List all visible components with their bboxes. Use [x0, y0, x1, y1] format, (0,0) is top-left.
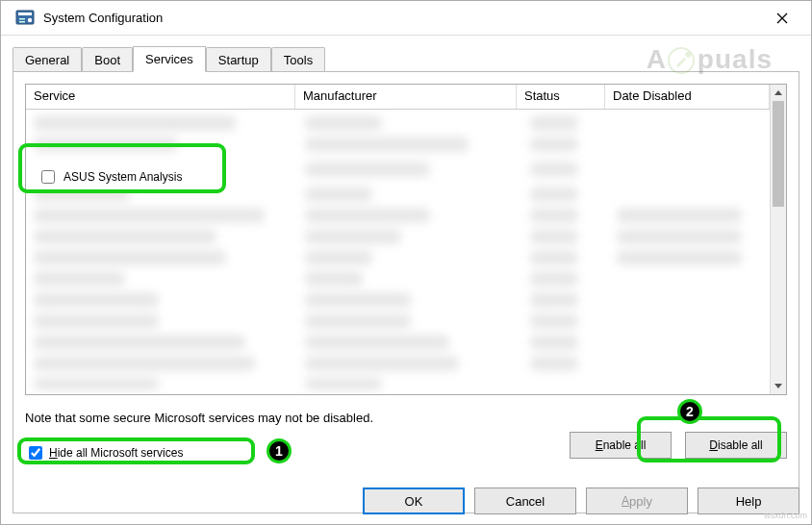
service-row-asus[interactable]: ASUS System Analysis: [32, 163, 188, 190]
corner-watermark: wsxdn.com: [764, 511, 807, 520]
msconfig-icon: [14, 8, 36, 29]
services-listview[interactable]: Service Manufacturer Status Date Disable…: [25, 84, 787, 395]
enable-all-button[interactable]: Enable all: [570, 432, 672, 459]
svg-marker-8: [774, 384, 782, 388]
scroll-thumb[interactable]: [773, 101, 784, 207]
svg-point-2: [28, 17, 32, 21]
service-label-asus: ASUS System Analysis: [63, 170, 182, 184]
scrollbar[interactable]: [770, 85, 786, 394]
svg-marker-7: [774, 90, 782, 95]
note-text: Note that some secure Microsoft services…: [25, 411, 787, 425]
listview-body[interactable]: ASUS System Analysis: [26, 110, 770, 394]
svg-rect-3: [19, 18, 25, 20]
cancel-button[interactable]: Cancel: [474, 488, 576, 514]
window-title: System Configuration: [43, 11, 761, 25]
service-checkbox-asus[interactable]: [41, 170, 55, 184]
watermark-text: A puals: [647, 44, 773, 77]
hide-microsoft-label: Hide all Microsoft services: [49, 446, 183, 460]
disable-all-button[interactable]: Disable all: [685, 432, 787, 459]
listview-header: Service Manufacturer Status Date Disable…: [26, 85, 770, 110]
tab-boot[interactable]: Boot: [82, 47, 133, 73]
tab-tools[interactable]: Tools: [271, 47, 325, 73]
hide-microsoft-checkbox[interactable]: [29, 446, 42, 460]
ok-button[interactable]: OK: [363, 488, 465, 514]
system-config-window: System Configuration General Boot Servic…: [0, 0, 812, 525]
hide-microsoft-checkbox-row[interactable]: Hide all Microsoft services: [25, 443, 183, 462]
titlebar: System Configuration: [1, 1, 811, 36]
dialog-buttons: OK Cancel Apply Help: [363, 488, 799, 514]
scroll-track[interactable]: [771, 101, 786, 378]
col-header-manufacturer[interactable]: Manufacturer: [295, 85, 517, 109]
annotation-badge-2: 2: [677, 399, 702, 424]
annotation-badge-1: 1: [266, 438, 292, 463]
close-button[interactable]: [761, 4, 803, 33]
tab-startup[interactable]: Startup: [206, 47, 271, 73]
col-header-status[interactable]: Status: [517, 85, 605, 109]
tab-services[interactable]: Services: [133, 46, 206, 72]
tab-general[interactable]: General: [13, 47, 82, 73]
scroll-up-arrow[interactable]: [771, 85, 786, 101]
wrench-icon: [667, 46, 698, 77]
tab-panel-services: Service Manufacturer Status Date Disable…: [13, 71, 799, 513]
col-header-date-disabled[interactable]: Date Disabled: [605, 85, 770, 109]
svg-rect-1: [18, 12, 32, 15]
col-header-service[interactable]: Service: [26, 85, 295, 109]
apply-button[interactable]: Apply: [586, 488, 688, 514]
svg-rect-4: [19, 21, 25, 23]
scroll-down-arrow[interactable]: [771, 378, 786, 394]
